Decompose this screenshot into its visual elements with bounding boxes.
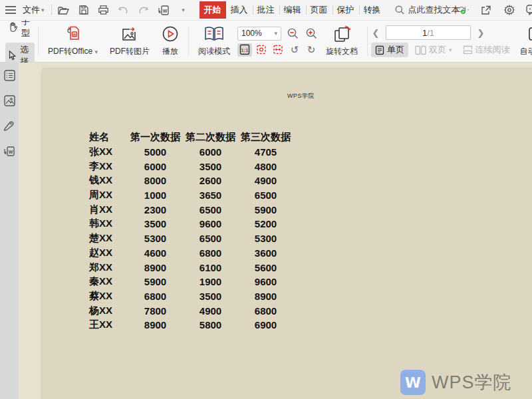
pdf-to-image-label: PDF转图片 — [110, 46, 150, 57]
next-page-button[interactable]: ❯ — [476, 28, 485, 38]
fit-width-button[interactable] — [271, 43, 285, 57]
value-cell: 5000 — [128, 145, 183, 160]
hand-icon — [9, 22, 18, 32]
divider — [51, 5, 52, 15]
open-folder-icon[interactable] — [57, 3, 70, 17]
export-to-word-icon[interactable]: W — [157, 3, 170, 17]
share-icon[interactable] — [479, 3, 493, 17]
value-cell: 8900 — [128, 260, 183, 275]
pdf-page[interactable]: WPS学院 姓名第一次数据第二次数据第三次数据 张XX500060004705李… — [43, 69, 532, 399]
tab-7[interactable]: 转换 — [359, 1, 386, 19]
settings-gear-icon[interactable] — [502, 3, 517, 17]
auto-scroll-button[interactable]: 自动滚动 — [514, 21, 532, 61]
table-row: 王XX890058006900 — [89, 318, 293, 332]
tab-strip: 开始插入批注编辑页面保护转换 — [200, 1, 386, 19]
name-cell: 韩XX — [89, 217, 128, 231]
zoom-in-button[interactable] — [304, 27, 319, 40]
feedback-bubble-icon[interactable] — [525, 3, 532, 17]
search-icon — [395, 5, 404, 15]
tab-3[interactable]: 批注 — [253, 1, 279, 19]
left-sidebar: W — [0, 63, 19, 399]
name-cell: 李XX — [89, 159, 128, 174]
reading-mode-book-icon — [204, 25, 224, 43]
print-icon[interactable] — [97, 3, 110, 17]
toolbar-options-chevron-icon[interactable]: ▾ — [177, 3, 190, 17]
menubar: 文件 ▾ W ▾ 开始插入批注编辑页面保护转换 点此查找文本 ⁞ — [0, 0, 532, 20]
page-current: 1 — [422, 28, 427, 38]
double-page-view-button[interactable]: 双页 ▾ — [411, 43, 456, 57]
search-placeholder: 点此查找文本 — [408, 4, 460, 16]
value-cell: 6800 — [128, 289, 183, 304]
table-row: 张XX500060004705 — [89, 145, 293, 160]
zoom-level-select[interactable]: 100% ▾ — [237, 27, 281, 41]
value-cell: 1900 — [183, 275, 238, 289]
value-cell: 6800 — [238, 303, 293, 318]
divider — [188, 27, 189, 56]
chevron-down-icon: ▾ — [41, 7, 45, 13]
chevron-down-icon: ▾ — [449, 47, 452, 53]
export-to-word-panel-icon[interactable]: W — [3, 145, 15, 157]
divider — [38, 27, 39, 56]
tab-2[interactable]: 插入 — [226, 1, 253, 19]
chevron-down-icon: ▾ — [94, 49, 98, 55]
previous-page-button[interactable]: ❮ — [371, 28, 380, 38]
rotate-left-button[interactable]: ↺ — [287, 43, 302, 57]
name-cell: 杨XX — [89, 303, 128, 318]
value-cell: 6000 — [183, 145, 238, 160]
page-number-input[interactable]: 1/1 — [386, 25, 471, 40]
reading-mode-button[interactable]: 阅读模式 — [192, 21, 236, 61]
wps-academy-watermark: W WPS学院 — [400, 370, 512, 395]
image-panel-icon[interactable] — [3, 94, 15, 106]
file-menu-button[interactable]: 文件 ▾ — [20, 3, 47, 17]
value-cell: 8000 — [128, 174, 183, 188]
tab-4[interactable]: 编辑 — [279, 1, 306, 19]
cloud-sync-status-icon[interactable] — [456, 3, 470, 17]
play-button[interactable]: 播放 — [156, 21, 185, 61]
single-page-view-button[interactable]: 单页 — [371, 43, 408, 57]
continuous-reading-button[interactable]: 连续阅读 — [459, 43, 514, 57]
watermark-text: WPS学院 — [432, 370, 512, 394]
auto-scroll-icon — [527, 25, 532, 43]
fit-page-button[interactable] — [254, 43, 269, 57]
svg-text:W: W — [9, 149, 13, 154]
document-canvas[interactable]: WPS学院 姓名第一次数据第二次数据第三次数据 张XX500060004705李… — [19, 63, 532, 399]
annotate-pen-icon[interactable] — [3, 120, 15, 132]
pdf-to-image-button[interactable]: PDF转图片 — [104, 21, 156, 61]
table-row: 秦XX590019009600 — [89, 275, 293, 289]
table-row: 韩XX350096005200 — [89, 217, 293, 231]
continuous-reading-icon — [463, 45, 473, 55]
value-cell: 6500 — [183, 231, 238, 246]
tab-1[interactable]: 开始 — [200, 1, 226, 19]
name-cell: 周XX — [89, 188, 128, 203]
redo-icon[interactable] — [137, 3, 150, 17]
value-cell: 7800 — [128, 303, 183, 318]
rotate-document-button[interactable]: 旋转文档 — [320, 21, 364, 61]
zoom-out-button[interactable] — [285, 27, 300, 40]
rotate-right-button[interactable]: ↻ — [304, 43, 319, 57]
table-row: 钱XX800026004900 — [89, 174, 293, 188]
value-cell: 5300 — [128, 231, 183, 246]
value-cell: 6900 — [238, 318, 293, 332]
name-cell: 郑XX — [89, 260, 128, 275]
svg-text:W: W — [162, 8, 167, 13]
hamburger-menu-icon[interactable] — [4, 3, 17, 17]
table-row: 杨XX780049006800 — [89, 303, 293, 318]
thumbnail-panel-icon[interactable] — [3, 69, 15, 81]
actual-size-button[interactable]: 1:1 — [237, 43, 252, 57]
value-cell: 3650 — [183, 188, 238, 203]
single-page-label: 单页 — [387, 44, 404, 56]
pdf-to-office-button[interactable]: W PDF转Office ▾ — [42, 21, 104, 61]
tab-6[interactable]: 保护 — [332, 1, 359, 19]
auto-scroll-label: 自动滚动 — [520, 46, 532, 57]
save-icon[interactable] — [77, 3, 90, 17]
name-cell: 王XX — [89, 318, 128, 332]
name-cell: 秦XX — [89, 275, 128, 289]
name-cell: 楚XX — [89, 231, 128, 246]
rotate-document-icon — [332, 25, 351, 43]
double-page-icon — [415, 45, 426, 55]
value-cell: 4600 — [128, 246, 183, 261]
undo-icon[interactable] — [117, 3, 130, 17]
tab-5[interactable]: 页面 — [306, 1, 332, 19]
value-cell: 5800 — [183, 318, 238, 332]
value-cell: 6100 — [183, 260, 238, 275]
